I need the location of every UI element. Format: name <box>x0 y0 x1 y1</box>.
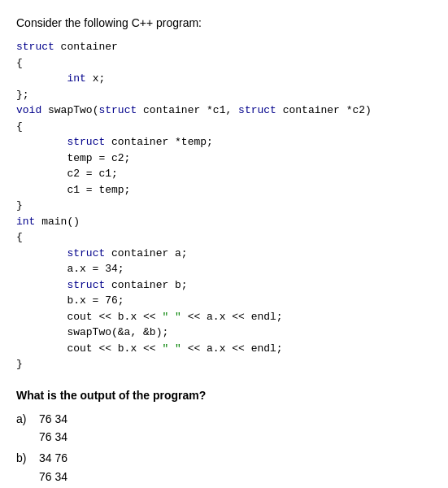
answer-label: a) <box>16 410 39 428</box>
code-block: struct container{ int x;};void swapTwo(s… <box>16 39 432 373</box>
code-line: { <box>16 119 432 135</box>
code-line: void swapTwo(struct container *c1, struc… <box>16 102 432 119</box>
code-line: c2 = c1; <box>16 166 432 182</box>
code-line: }; <box>16 87 432 103</box>
code-line: } <box>16 356 432 373</box>
code-line: int main() <box>16 214 432 230</box>
code-line: cout << b.x << " " << a.x << endl; <box>16 309 432 325</box>
answer-item: b)34 7676 34 <box>16 449 432 486</box>
code-line: temp = c2; <box>16 150 432 167</box>
answer-line: 76 34 <box>39 468 67 486</box>
code-line: c1 = temp; <box>16 182 432 198</box>
answer-line: 76 34 <box>39 428 67 446</box>
code-line: int x; <box>16 71 432 87</box>
code-line: { <box>16 229 432 246</box>
code-line: struct container b; <box>16 277 432 294</box>
code-line: a.x = 34; <box>16 261 432 277</box>
code-line: { <box>16 55 432 72</box>
code-line: struct container <box>16 39 432 55</box>
code-line: struct container *temp; <box>16 134 432 150</box>
code-line: swapTwo(&a, &b); <box>16 325 432 341</box>
answer-values: 34 7676 34 <box>39 449 67 486</box>
answer-item: a)76 3476 34 <box>16 410 432 447</box>
code-line: } <box>16 198 432 214</box>
answer-line: 76 34 <box>39 410 67 428</box>
code-line: struct container a; <box>16 246 432 262</box>
code-line: b.x = 76; <box>16 293 432 309</box>
question-text: What is the output of the program? <box>16 389 432 402</box>
intro-text: Consider the following C++ program: <box>16 16 432 29</box>
answer-label: b) <box>16 449 39 467</box>
answer-values: 76 3476 34 <box>39 410 67 447</box>
answer-line: 34 76 <box>39 449 67 467</box>
code-line: cout << b.x << " " << a.x << endl; <box>16 341 432 357</box>
answer-list: a)76 3476 34b)34 7676 34c)76 3434 76d)34… <box>16 410 432 489</box>
